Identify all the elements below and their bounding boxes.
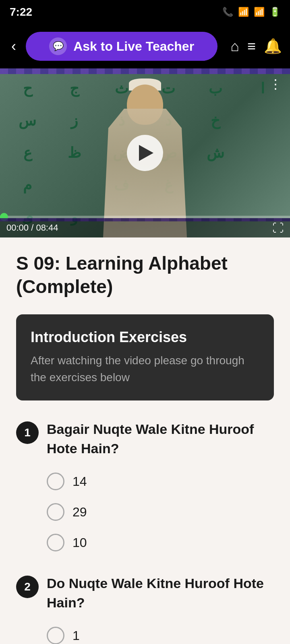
arabic-letter: ب (192, 72, 239, 105)
status-bar: 7:22 📞 📶 📶 🔋 (0, 0, 290, 24)
radio-1-3[interactable] (47, 534, 64, 551)
fullscreen-button[interactable]: ⛶ (272, 221, 284, 235)
option-label-1-1: 14 (72, 474, 87, 489)
question-1-header: 1 Bagair Nuqte Wale Kitne Huroof Hote Ha… (16, 420, 274, 458)
bell-icon[interactable]: 🔔 (264, 38, 282, 55)
phone-icon: 📞 (222, 7, 233, 17)
question-1-block: 1 Bagair Nuqte Wale Kitne Huroof Hote Ha… (16, 420, 274, 551)
option-label-2-1: 1 (72, 628, 80, 643)
play-button[interactable] (127, 135, 163, 171)
arabic-letter (239, 105, 286, 137)
home-icon[interactable]: ⌂ (230, 38, 239, 55)
arabic-letter: خ (192, 105, 239, 137)
status-icons: 📞 📶 📶 🔋 (222, 7, 280, 17)
arabic-letter (192, 169, 239, 201)
radio-2-1[interactable] (47, 627, 64, 644)
exercise-title: Introduction Exercises (31, 329, 259, 346)
arabic-letter (239, 137, 286, 169)
option-1-1[interactable]: 14 (47, 473, 274, 490)
question-2-number: 2 (16, 576, 39, 598)
exercise-box: Introduction Exercises After watching th… (16, 314, 274, 400)
arabic-letter (51, 169, 98, 201)
more-options-button[interactable]: ⋮ (269, 76, 282, 92)
question-1-text: Bagair Nuqte Wale Kitne Huroof Hote Hain… (47, 420, 274, 458)
arabic-letter: م (4, 169, 51, 201)
menu-icon[interactable]: ≡ (247, 38, 256, 55)
play-icon (139, 145, 153, 161)
video-time-display: 00:00 / 08:44 (6, 223, 58, 233)
question-1-number: 1 (16, 421, 39, 444)
option-label-1-3: 10 (72, 535, 87, 550)
video-player[interactable]: ح ج ث ت ب ا س ز ذ د خ ع ظ ض ص ش م ف غ ی … (0, 68, 290, 237)
radio-1-1[interactable] (47, 473, 64, 490)
question-1-options: 14 29 10 (16, 473, 274, 551)
exercise-description: After watching the video please go throu… (31, 352, 259, 386)
signal-icon: 📶 (254, 7, 265, 17)
arabic-letter: ح (4, 72, 51, 105)
arabic-letter: ز (51, 105, 98, 137)
ask-teacher-label: Ask to Live Teacher (73, 39, 194, 54)
lesson-title: S 09: Learning Alphabet (Complete) (16, 252, 274, 298)
chat-icon: 💬 (49, 37, 67, 55)
arabic-letter: ج (51, 72, 98, 105)
wifi-icon: 📶 (238, 7, 249, 17)
question-2-text: Do Nuqte Wale Kitne Huroof Hote Hain? (47, 574, 274, 612)
arabic-letter: ع (4, 137, 51, 169)
question-2-block: 2 Do Nuqte Wale Kitne Huroof Hote Hain? … (16, 574, 274, 644)
ask-teacher-button[interactable]: 💬 Ask to Live Teacher (26, 32, 218, 61)
top-nav: ‹ 💬 Ask to Live Teacher ⌂ ≡ 🔔 (0, 24, 290, 68)
option-2-1[interactable]: 1 (47, 627, 274, 644)
arabic-letter: ظ (51, 137, 98, 169)
question-2-header: 2 Do Nuqte Wale Kitne Huroof Hote Hain? (16, 574, 274, 612)
option-label-1-2: 29 (72, 505, 87, 520)
radio-1-2[interactable] (47, 503, 64, 521)
option-1-3[interactable]: 10 (47, 534, 274, 551)
arabic-letter: ش (192, 137, 239, 169)
nav-right-icons: ⌂ ≡ 🔔 (230, 38, 282, 55)
status-time: 7:22 (10, 6, 32, 19)
content-area: S 09: Learning Alphabet (Complete) Intro… (0, 237, 290, 644)
video-controls: 00:00 / 08:44 ⛶ (0, 218, 290, 237)
option-1-2[interactable]: 29 (47, 503, 274, 521)
arabic-letter: س (4, 105, 51, 137)
arabic-letter (239, 169, 286, 201)
back-button[interactable]: ‹ (8, 35, 19, 58)
question-2-options: 1 3 (16, 627, 274, 644)
battery-icon: 🔋 (269, 7, 280, 17)
